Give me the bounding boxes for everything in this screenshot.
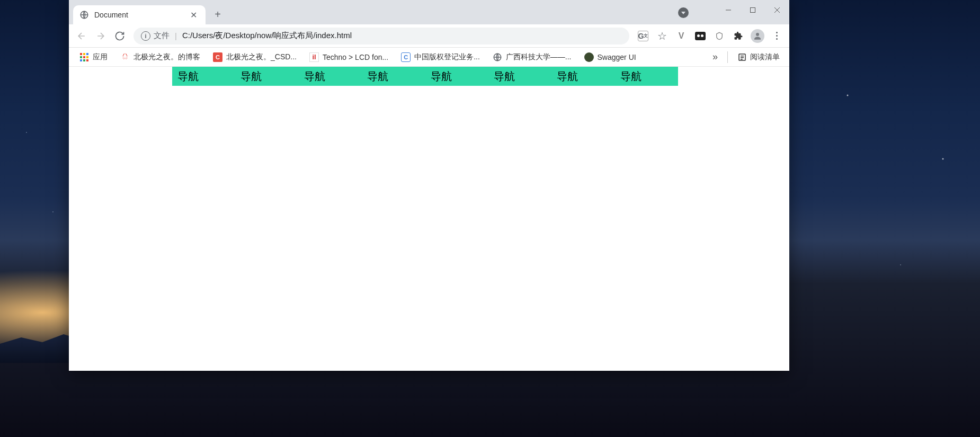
- bookmark-item[interactable]: Swagger UI: [579, 50, 642, 64]
- shield-icon: [715, 31, 724, 41]
- csdn-icon: C: [213, 52, 222, 62]
- copyright-icon: C: [401, 52, 411, 62]
- omnibox-divider: |: [175, 31, 177, 40]
- globe-icon: [493, 52, 502, 62]
- site-chip-label: 文件: [154, 31, 170, 41]
- bookmarks-divider: [727, 51, 728, 63]
- extension-vue-button[interactable]: V: [673, 28, 690, 44]
- star-icon: ☆: [657, 30, 667, 42]
- vue-icon: V: [679, 31, 684, 41]
- nav-item[interactable]: 导航: [362, 67, 425, 86]
- extension-button[interactable]: [692, 28, 709, 44]
- svg-point-5: [756, 33, 759, 36]
- bookmarks-bar: 应用 北极光之夜。的博客 C 北极光之夜。_CSD... il Techno >…: [69, 48, 789, 67]
- page-nav-bar: 导航 导航 导航 导航 导航 导航 导航 导航: [172, 67, 678, 86]
- nav-item[interactable]: 导航: [299, 67, 362, 86]
- toolbar: i 文件 | C:/Users/夜/Desktop/now/响应式布局/inde…: [69, 24, 789, 48]
- bookmark-star-button[interactable]: ☆: [654, 28, 671, 44]
- new-tab-button[interactable]: +: [210, 6, 226, 22]
- swagger-icon: [584, 52, 594, 62]
- info-icon: i: [141, 31, 150, 41]
- tab-title: Document: [94, 11, 128, 19]
- apps-label: 应用: [93, 52, 108, 62]
- nav-item[interactable]: 导航: [425, 67, 488, 86]
- bookmark-label: 北极光之夜。的博客: [133, 52, 200, 62]
- site-icon: il: [309, 52, 319, 62]
- bookmark-item[interactable]: il Techno > LCD fon...: [304, 50, 394, 64]
- back-button[interactable]: [73, 28, 90, 44]
- bookmark-item[interactable]: 北极光之夜。的博客: [115, 50, 206, 64]
- bookmark-item[interactable]: 广西科技大学——...: [487, 50, 577, 64]
- reading-list-label: 阅读清单: [750, 52, 780, 62]
- translate-button[interactable]: G文: [635, 28, 652, 44]
- close-tab-icon[interactable]: ✕: [188, 9, 199, 21]
- bookmark-label: Techno > LCD fon...: [323, 53, 388, 61]
- forward-button[interactable]: [92, 28, 109, 44]
- address-bar[interactable]: i 文件 | C:/Users/夜/Desktop/now/响应式布局/inde…: [133, 28, 629, 44]
- nav-item[interactable]: 导航: [172, 67, 235, 86]
- bookmark-item[interactable]: C 中国版权登记业务...: [396, 50, 485, 64]
- nav-item[interactable]: 导航: [551, 67, 614, 86]
- avatar-icon: [751, 29, 764, 43]
- window-controls: [716, 0, 789, 20]
- extensions-menu-button[interactable]: [730, 28, 747, 44]
- extension-icon: [695, 32, 706, 40]
- kebab-icon: [776, 32, 778, 40]
- url-text: C:/Users/夜/Desktop/now/响应式布局/index.html: [182, 31, 352, 41]
- maximize-button[interactable]: [741, 0, 765, 20]
- chrome-menu-button[interactable]: [768, 28, 785, 44]
- reload-button[interactable]: [111, 28, 128, 44]
- close-window-button[interactable]: [765, 0, 789, 20]
- reading-list-button[interactable]: 阅读清单: [733, 50, 784, 64]
- shield-button[interactable]: [711, 28, 728, 44]
- bookmark-item[interactable]: C 北极光之夜。_CSD...: [208, 50, 302, 64]
- nav-item[interactable]: 导航: [235, 67, 298, 86]
- translate-icon: G文: [638, 31, 648, 41]
- puzzle-icon: [734, 31, 743, 41]
- profile-button[interactable]: [749, 28, 766, 44]
- minimize-button[interactable]: [716, 0, 741, 20]
- bookmark-label: Swagger UI: [598, 53, 636, 61]
- reading-list-icon: [737, 52, 747, 62]
- chevron-down-circle-icon: [678, 7, 689, 18]
- update-indicator[interactable]: [678, 7, 689, 18]
- site-info-chip[interactable]: i 文件: [141, 31, 170, 41]
- globe-icon: [79, 10, 89, 20]
- apps-grid-icon: [79, 52, 89, 62]
- browser-tab[interactable]: Document ✕: [73, 5, 206, 24]
- svg-rect-2: [751, 8, 755, 13]
- bookmarks-overflow-button[interactable]: »: [708, 51, 722, 63]
- bookmark-label: 北极光之夜。_CSD...: [226, 52, 297, 62]
- page-viewport: 导航 导航 导航 导航 导航 导航 导航 导航: [69, 67, 789, 371]
- browser-window: Document ✕ + i 文件 | C:/Users/夜/Desktop/n…: [69, 0, 789, 371]
- apps-shortcut[interactable]: 应用: [74, 50, 113, 64]
- huawei-icon: [120, 52, 130, 62]
- bookmark-label: 广西科技大学——...: [506, 52, 572, 62]
- nav-item[interactable]: 导航: [488, 67, 551, 86]
- nav-item[interactable]: 导航: [615, 67, 678, 86]
- bookmark-label: 中国版权登记业务...: [414, 52, 480, 62]
